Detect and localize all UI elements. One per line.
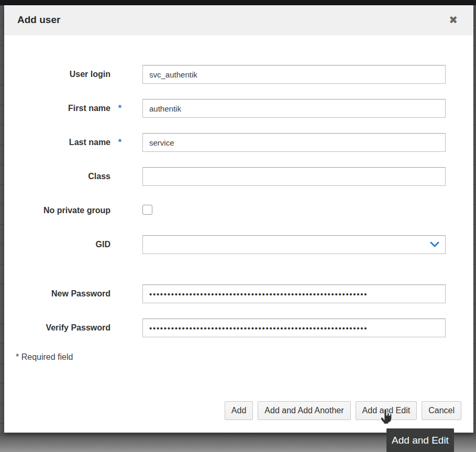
user-login-label: User login — [4, 70, 121, 79]
cancel-button[interactable]: Cancel — [422, 401, 461, 420]
first-name-label: First name * — [4, 103, 121, 114]
field-row-no-private-group: No private group — [4, 201, 473, 220]
last-name-input[interactable] — [142, 133, 446, 152]
first-name-input[interactable] — [142, 99, 446, 118]
last-name-label: Last name * — [4, 137, 121, 148]
field-row-new-password: New Password — [4, 284, 473, 303]
required-marker: * — [110, 103, 121, 114]
gid-select-input[interactable] — [142, 235, 446, 254]
verify-password-label: Verify Password — [4, 323, 121, 333]
dimmed-page-right-edge — [473, 5, 476, 433]
no-private-group-label: No private group — [4, 206, 121, 215]
dialog-title: Add user — [17, 14, 60, 26]
close-icon[interactable]: ✖ — [448, 14, 459, 26]
required-field-note: * Required field — [16, 352, 473, 362]
field-row-last-name: Last name * — [4, 133, 473, 152]
field-row-user-login: User login — [4, 65, 473, 84]
dimmed-page-left-edge — [0, 5, 4, 433]
no-private-group-checkbox[interactable] — [142, 205, 152, 215]
field-row-first-name: First name * — [4, 99, 473, 118]
field-row-class: Class — [4, 167, 473, 186]
add-and-edit-button[interactable]: Add and Edit — [356, 401, 417, 420]
field-row-gid: GID — [4, 235, 473, 254]
add-and-add-another-button[interactable]: Add and Add Another — [258, 401, 350, 420]
dialog-footer: Add Add and Add Another Add and Edit Can… — [225, 401, 461, 420]
new-password-input[interactable] — [142, 284, 446, 303]
required-marker: * — [110, 137, 121, 148]
user-login-input[interactable] — [142, 65, 446, 84]
gid-select[interactable] — [142, 235, 446, 254]
add-user-dialog: Add user ✖ User login First name * Last — [4, 5, 473, 433]
field-row-verify-password: Verify Password — [4, 318, 473, 337]
verify-password-input[interactable] — [142, 318, 446, 337]
new-password-label: New Password — [4, 289, 121, 299]
add-and-edit-tooltip: Add and Edit — [386, 428, 454, 452]
dimmed-navbar-backdrop — [0, 0, 476, 5]
dialog-body: User login First name * Last name * — [4, 35, 473, 362]
class-input[interactable] — [142, 167, 446, 186]
class-label: Class — [4, 172, 121, 181]
add-button[interactable]: Add — [225, 401, 253, 420]
gid-label: GID — [4, 240, 121, 249]
dialog-header: Add user ✖ — [4, 5, 473, 35]
